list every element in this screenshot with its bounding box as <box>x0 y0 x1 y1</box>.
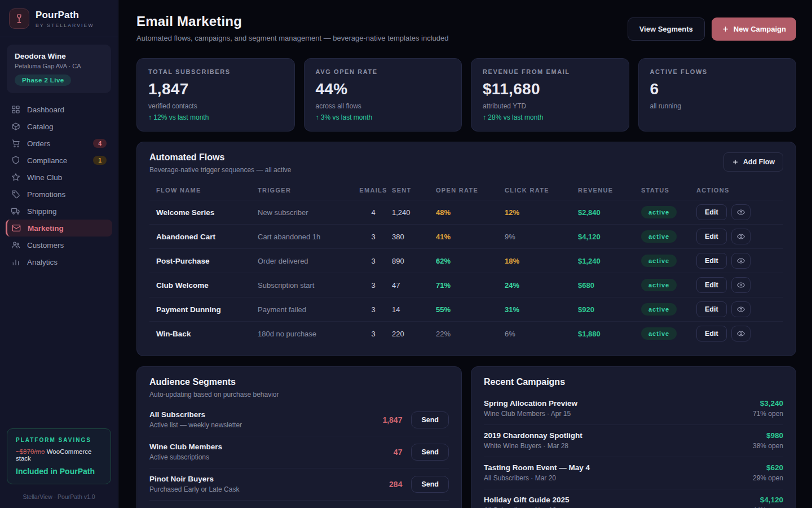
automated-flows-panel: Automated Flows Beverage-native trigger … <box>136 142 796 356</box>
add-flow-button[interactable]: Add Flow <box>723 152 783 172</box>
savings-strike-price: ~$870/mo <box>16 448 45 455</box>
edit-button[interactable]: Edit <box>696 301 727 317</box>
view-button[interactable] <box>731 253 751 269</box>
column-header: TRIGGER <box>258 187 355 194</box>
campaign-open-rate: 29% open <box>753 474 783 482</box>
sidebar: PourPath BY STELLARVIEW Deodora Wine Pet… <box>0 0 118 508</box>
sidebar-item-promotions[interactable]: Promotions <box>6 186 112 203</box>
column-header: EMAILS <box>355 187 392 194</box>
campaign-name: Holiday Gift Guide 2025 <box>484 496 570 504</box>
sidebar-item-wine-club[interactable]: Wine Club <box>6 169 112 186</box>
sidebar-footer: StellarView · PourPath v1.0 <box>0 489 118 508</box>
eye-icon <box>737 330 745 338</box>
flows-title: Automated Flows <box>149 152 291 163</box>
stat-card: ACTIVE FLOWS6all running <box>638 58 797 132</box>
eye-icon <box>737 305 745 313</box>
flow-emails: 4 <box>355 208 392 217</box>
edit-button[interactable]: Edit <box>696 253 727 269</box>
new-campaign-button[interactable]: New Campaign <box>712 17 796 41</box>
view-button[interactable] <box>731 301 751 317</box>
edit-button[interactable]: Edit <box>696 229 727 244</box>
table-row: Win-Back180d no purchase322022%6%$1,880a… <box>149 321 783 345</box>
flow-name: Club Welcome <box>156 281 258 290</box>
view-segments-label: View Segments <box>639 25 693 33</box>
stats-row: TOTAL SUBSCRIBERS1,847verified contacts↑… <box>136 58 796 132</box>
brand-name: PourPath <box>36 10 94 21</box>
view-button[interactable] <box>731 326 751 341</box>
new-campaign-label: New Campaign <box>734 25 786 33</box>
status-badge: active <box>641 230 677 243</box>
sidebar-item-customers[interactable]: Customers <box>6 237 112 253</box>
page-header: Email Marketing Automated flows, campaig… <box>136 14 796 42</box>
star-icon <box>11 173 20 182</box>
savings-included: Included in PourPath <box>16 467 102 476</box>
flow-revenue: $920 <box>578 305 641 314</box>
flow-sent: 14 <box>392 305 436 314</box>
flow-open-rate: 48% <box>436 208 505 217</box>
campaigns-list: Spring Allocation PreviewWine Club Membe… <box>484 393 783 508</box>
sidebar-item-label: Wine Club <box>27 173 62 182</box>
view-button[interactable] <box>731 229 751 244</box>
view-button[interactable] <box>731 204 751 220</box>
sidebar-item-analytics[interactable]: Analytics <box>6 253 112 270</box>
send-button[interactable]: Send <box>411 476 449 493</box>
eye-icon <box>737 257 745 265</box>
flow-trigger: Cart abandoned 1h <box>258 233 355 241</box>
segment-row: White Wine BuyersPurchased Riesling or C… <box>149 501 449 508</box>
flow-trigger: Payment failed <box>258 305 355 314</box>
campaign-meta: All Subscribers · Mar 20 <box>484 474 590 482</box>
campaign-revenue: $3,240 <box>753 399 783 408</box>
view-button[interactable] <box>731 277 751 293</box>
view-segments-button[interactable]: View Segments <box>628 17 705 41</box>
box-icon <box>11 122 20 131</box>
flow-actions: Edit <box>696 301 776 317</box>
stat-label: ACTIVE FLOWS <box>650 68 785 75</box>
table-row: Welcome SeriesNew subscriber41,24048%12%… <box>149 200 783 224</box>
flow-status-cell: active <box>641 255 696 267</box>
sidebar-item-dashboard[interactable]: Dashboard <box>6 101 112 118</box>
sidebar-nav: DashboardCatalogOrders4Compliance1Wine C… <box>0 97 118 270</box>
brand-byline: BY STELLARVIEW <box>36 23 94 28</box>
segment-description: Active subscriptions <box>149 453 222 461</box>
stat-sub: across all flows <box>316 102 451 110</box>
edit-button[interactable]: Edit <box>696 277 727 293</box>
flow-emails: 3 <box>355 233 392 241</box>
send-button[interactable]: Send <box>411 444 449 461</box>
recent-campaigns-panel: Recent Campaigns Spring Allocation Previ… <box>471 366 796 508</box>
stat-value: 44% <box>316 80 451 98</box>
sidebar-item-label: Analytics <box>27 258 58 266</box>
chart-icon <box>11 257 20 266</box>
status-badge: active <box>641 279 677 291</box>
account-name: Deodora Wine <box>15 52 103 60</box>
edit-button[interactable]: Edit <box>696 326 727 341</box>
stat-card: AVG OPEN RATE44%across all flows↑ 3% vs … <box>304 58 462 132</box>
wine-glass-icon <box>9 8 29 29</box>
platform-savings-card: PLATFORM SAVINGS ~$870/mo WooCommerce st… <box>7 428 111 484</box>
table-row: Club WelcomeSubscription start34771%24%$… <box>149 273 783 297</box>
column-header: REVENUE <box>578 187 641 194</box>
sidebar-item-catalog[interactable]: Catalog <box>6 118 112 135</box>
sidebar-item-orders[interactable]: Orders4 <box>6 135 112 152</box>
account-location: Petaluma Gap AVA · CA <box>15 63 103 69</box>
page-subtitle: Automated flows, campaigns, and segment … <box>136 34 449 42</box>
column-header: STATUS <box>641 187 696 194</box>
flow-trigger: Subscription start <box>258 281 355 290</box>
sidebar-item-label: Marketing <box>28 224 64 233</box>
sidebar-item-shipping[interactable]: Shipping <box>6 203 112 220</box>
flow-trigger: Order delivered <box>258 257 355 265</box>
sidebar-item-marketing[interactable]: Marketing <box>6 220 112 237</box>
campaign-info: 2019 Chardonnay SpotlightWhite Wine Buye… <box>484 431 582 450</box>
flow-click-rate: 9% <box>505 233 578 241</box>
sidebar-item-compliance[interactable]: Compliance1 <box>6 152 112 169</box>
status-badge: active <box>641 327 677 340</box>
page-title: Email Marketing <box>136 14 449 29</box>
flow-revenue: $680 <box>578 281 641 290</box>
segment-description: Purchased Early or Late Cask <box>149 485 239 493</box>
nav-badge: 1 <box>93 156 107 165</box>
edit-button[interactable]: Edit <box>696 204 727 220</box>
send-button[interactable]: Send <box>411 411 449 428</box>
users-icon <box>11 240 20 249</box>
segments-title: Audience Segments <box>149 377 449 387</box>
flow-actions: Edit <box>696 204 776 220</box>
flow-sent: 220 <box>392 330 436 338</box>
